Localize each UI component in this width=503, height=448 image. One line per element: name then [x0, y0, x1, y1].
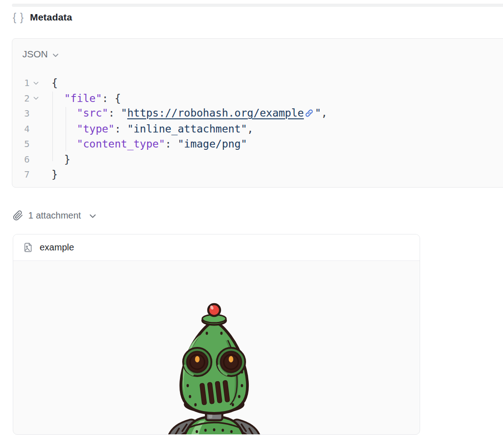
paperclip-icon	[13, 210, 23, 221]
json-braces-icon: { }	[13, 12, 24, 23]
code-text: }	[41, 152, 71, 168]
json-token: "	[121, 107, 127, 119]
line-number: 3	[22, 106, 30, 122]
link-icon[interactable]	[305, 107, 313, 122]
indent-guide	[52, 92, 53, 161]
json-token: "inline_attachment"	[127, 123, 247, 135]
line-number: 2	[22, 91, 30, 107]
json-token: : {	[102, 92, 121, 104]
fold-toggle-icon[interactable]	[30, 81, 41, 85]
code-line: 7 }	[22, 167, 503, 183]
line-number: 1	[22, 76, 30, 91]
json-token: :	[108, 107, 121, 119]
code-text: "type": "inline_attachment",	[41, 122, 253, 137]
code-line: 3 "src": "https://robohash.org/example",	[22, 106, 503, 122]
line-number: 6	[22, 152, 30, 168]
code-area: 1 { 2 "file": { 3 "src": "https://roboha…	[22, 76, 503, 183]
robot-image	[144, 300, 284, 435]
json-token: "src"	[77, 107, 108, 119]
json-token: "image/png"	[178, 138, 247, 150]
indent-guide	[66, 107, 66, 151]
code-text: {	[41, 76, 58, 91]
attachment-filename: example	[40, 242, 74, 253]
line-number: 7	[22, 167, 30, 183]
language-label: JSON	[22, 49, 48, 60]
language-selector[interactable]: JSON	[22, 49, 59, 60]
json-token: }	[51, 168, 58, 180]
json-token: }	[64, 153, 71, 165]
json-editor: JSON 1 { 2 "file": { 3 "src": "https://r…	[12, 38, 503, 188]
url-link[interactable]: https://robohash.org/example	[127, 107, 304, 119]
json-token: "file"	[64, 92, 102, 104]
attachment-card: example	[13, 234, 420, 435]
image-file-icon	[23, 242, 33, 253]
code-text: "content_type": "image/png"	[41, 137, 247, 152]
code-text: }	[41, 167, 58, 183]
chevron-down-icon	[89, 214, 96, 219]
line-number: 5	[22, 137, 30, 152]
attachment-preview	[13, 261, 420, 434]
code-text: "file": {	[41, 91, 121, 107]
code-line: 4 "type": "inline_attachment",	[22, 122, 503, 137]
code-text: "src": "https://robohash.org/example",	[41, 106, 328, 122]
json-token: "type"	[77, 123, 114, 135]
page-title: Metadata	[30, 12, 72, 23]
code-line: 1 {	[22, 76, 503, 91]
attachments-summary: 1 attachment	[28, 210, 81, 221]
fold-toggle-icon[interactable]	[30, 97, 41, 100]
attachments-toggle[interactable]: 1 attachment	[13, 210, 96, 221]
json-token: "	[315, 107, 321, 119]
json-token: ,	[321, 107, 328, 119]
json-token: :	[114, 123, 127, 135]
json-token: ,	[247, 123, 253, 135]
code-line: 2 "file": {	[22, 91, 503, 107]
line-number: 4	[22, 122, 30, 137]
top-divider-bar	[12, 4, 503, 7]
json-token: :	[165, 138, 178, 150]
chevron-down-icon	[52, 53, 59, 57]
json-token: {	[51, 77, 58, 89]
metadata-header: { } Metadata	[13, 12, 72, 23]
json-token: "content_type"	[77, 138, 165, 150]
attachment-card-header[interactable]: example	[13, 234, 420, 261]
code-line: 5 "content_type": "image/png"	[22, 137, 503, 152]
code-line: 6 }	[22, 152, 503, 168]
